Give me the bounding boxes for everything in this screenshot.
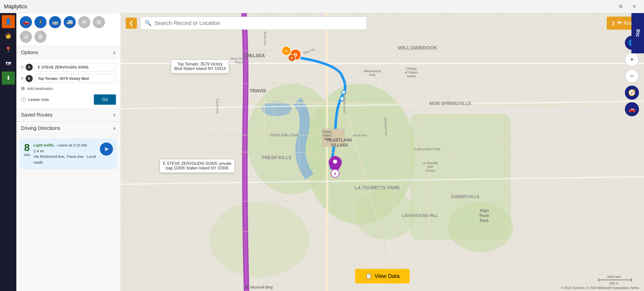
bing-logo: ⊞ Microsoft Bing xyxy=(245,284,273,290)
view-data-icon: 📋 xyxy=(365,273,372,279)
direction-details: Light traffic · Leave at 3:10 AM 2.4 mi … xyxy=(33,142,96,165)
svg-text:TRAVIS: TRAVIS xyxy=(250,88,266,93)
svg-text:EGBERTVILLE: EGBERTVILLE xyxy=(451,195,479,199)
svg-text:LA TOURETTE PARK: LA TOURETTE PARK xyxy=(355,185,400,190)
sidebar-item-people[interactable]: 👤 xyxy=(2,15,15,28)
svg-text:↻: ↻ xyxy=(285,49,288,53)
email-button[interactable]: ✉ xyxy=(78,16,90,28)
time-unit: min xyxy=(24,153,30,157)
view-data-label: View Data xyxy=(375,273,400,279)
route-input-a[interactable] xyxy=(35,63,116,71)
svg-text:Island: Island xyxy=(407,74,416,78)
navigate-button[interactable]: ➤ xyxy=(100,142,113,156)
view-data-button[interactable]: 📋 View Data xyxy=(355,269,410,283)
svg-text:B: B xyxy=(291,57,293,60)
walk-button[interactable]: 🚶 xyxy=(34,16,47,28)
compass-button[interactable]: 🧭 xyxy=(625,86,639,100)
add-destination[interactable]: ⊕ Add destination xyxy=(21,85,116,91)
svg-point-5 xyxy=(209,202,309,277)
svg-text:500 m: 500 m xyxy=(609,281,618,285)
restore-button[interactable]: ⧉ xyxy=(615,0,626,13)
driving-directions-title: Driving Directions xyxy=(21,125,60,131)
direction-via: Via Richmond Ave, Travis Ave · Local roa… xyxy=(33,154,96,165)
ric-panel: Ric xyxy=(631,13,644,53)
svg-text:College: College xyxy=(406,67,417,70)
callout-a-text: E STEVE ZERVOUDIS SONS: privatebag 10306… xyxy=(163,161,231,170)
clock-icon: 🕐 xyxy=(21,97,26,102)
go-button[interactable]: Go xyxy=(94,94,116,105)
panel: 🚗 🚶 🚌 🚐 ✉ ⊞ 🖨 🗑 Options ∨ ≡ A ≡ B ⊕ Add … xyxy=(16,13,121,291)
driving-directions-header[interactable]: Driving Directions ∧ xyxy=(16,122,120,135)
navigate-button[interactable]: 🚗 xyxy=(625,102,639,116)
direction-card: 8 min Light traffic · Leave at 3:10 AM 2… xyxy=(20,138,117,169)
svg-text:West Shore: West Shore xyxy=(230,57,248,60)
callout-b: Top Tomato: 3579 VictoryBlvd Staten Isla… xyxy=(171,60,229,73)
car-button[interactable]: 🚗 xyxy=(20,16,32,28)
options-section-header[interactable]: Options ∨ xyxy=(16,46,120,59)
driving-directions-chevron: ∧ xyxy=(113,126,116,131)
saved-routes-header[interactable]: Saved Routes ∨ xyxy=(16,108,120,122)
map-type-icon: 🗺 xyxy=(617,21,622,26)
bing-label: Microsoft Bing xyxy=(250,285,273,289)
svg-text:Latourette Park: Latourette Park xyxy=(415,147,441,151)
footer-bar: ⊞ Microsoft Bing xyxy=(242,283,276,291)
badge-b: B xyxy=(26,75,33,82)
svg-text:LIGHTHOUSE HILL: LIGHTHOUSE HILL xyxy=(402,213,438,218)
sidebar-item-location[interactable]: 📍 xyxy=(2,43,15,56)
options-title: Options xyxy=(21,50,38,55)
route-input-b[interactable] xyxy=(35,74,116,83)
svg-text:High: High xyxy=(480,208,489,213)
drag-handle-b[interactable]: ≡ xyxy=(21,76,24,81)
sidebar-item-download[interactable]: ⬇ xyxy=(2,71,15,85)
collapse-button[interactable]: ❮ xyxy=(126,18,137,29)
traffic-info: Light traffic · Leave at 3:10 AM xyxy=(33,142,96,148)
svg-point-44 xyxy=(333,160,337,164)
svg-text:Nome Ave: Nome Ave xyxy=(353,134,367,137)
route-row-b: ≡ B xyxy=(21,74,116,83)
time-number: 8 xyxy=(24,142,30,153)
svg-text:2000 feet: 2000 feet xyxy=(607,275,621,279)
svg-text:Fresh Kills Park: Fresh Kills Park xyxy=(270,133,299,137)
svg-text:Park: Park xyxy=(480,219,489,223)
direction-time: 8 min xyxy=(24,142,30,157)
svg-text:Staten: Staten xyxy=(322,130,332,134)
map-topbar: ❮ 🔍 ❯ 🗺 Road xyxy=(121,13,644,33)
layers-button[interactable]: ⊞ xyxy=(93,16,105,28)
svg-text:La Tourette: La Tourette xyxy=(423,161,438,165)
sidebar-item-person[interactable]: 🧑 xyxy=(2,29,15,42)
zoom-out-button[interactable]: − xyxy=(625,69,639,83)
zoom-in-button[interactable]: + xyxy=(625,52,639,66)
add-icon: ⊕ xyxy=(21,85,25,91)
drag-handle-a[interactable]: ≡ xyxy=(21,64,24,70)
map-area: B ↻ B A CHELSEA TRAVIS WILLOWBROOK NEW S… xyxy=(121,13,644,291)
leave-now[interactable]: 🕐 Leave now xyxy=(21,97,49,102)
svg-text:South Ave: South Ave xyxy=(263,31,267,45)
leave-at-text: · xyxy=(55,143,57,147)
svg-text:Travis Ave: Travis Ave xyxy=(215,99,220,114)
print-button[interactable]: 🖨 xyxy=(20,31,32,43)
delete-button[interactable]: 🗑 xyxy=(34,31,47,43)
svg-text:Willowbrook: Willowbrook xyxy=(364,69,381,73)
svg-text:Course: Course xyxy=(425,169,435,172)
svg-text:HEARTLAND: HEARTLAND xyxy=(327,138,352,142)
svg-text:A: A xyxy=(334,172,336,176)
search-bar: 🔍 xyxy=(140,17,367,30)
svg-text:of Staten: of Staten xyxy=(405,70,418,74)
sidebar: 👤 🧑 📍 🗺 ⬇ xyxy=(0,13,16,291)
transit-button[interactable]: 🚌 xyxy=(49,16,61,28)
traffic-label: Light traffic xyxy=(33,143,54,147)
close-button[interactable]: ✕ xyxy=(628,0,640,13)
saved-routes-chevron: ∨ xyxy=(113,112,116,118)
titlebar: Maplytics ⧉ ✕ xyxy=(0,0,644,13)
search-input[interactable] xyxy=(154,20,363,26)
driving-directions-section: Driving Directions ∧ 8 min Light traffic… xyxy=(16,122,120,169)
windows-icon: ⊞ xyxy=(245,284,249,290)
expand-icon: ❯ xyxy=(611,20,615,26)
bus-button[interactable]: 🚐 xyxy=(64,16,76,28)
map-copyright: © 2024 TomTom, © 2024 Microsoft Corporat… xyxy=(561,286,639,290)
sidebar-item-map[interactable]: 🗺 xyxy=(2,57,15,70)
svg-text:Richmond Ave: Richmond Ave xyxy=(343,92,346,113)
svg-text:Island: Island xyxy=(323,133,332,137)
svg-text:Rock: Rock xyxy=(479,213,489,218)
window-controls: ⧉ ✕ xyxy=(615,0,640,13)
